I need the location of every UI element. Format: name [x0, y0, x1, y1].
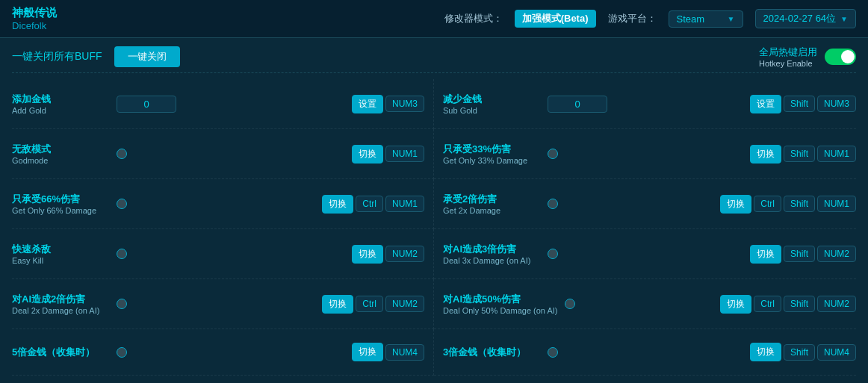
hotkey-key[interactable]: Shift — [784, 196, 815, 212]
hotkey-key[interactable]: 切换 — [750, 245, 781, 264]
close-all-button[interactable]: 一键关闭 — [114, 46, 180, 67]
feature-toggle-deal-50-ai[interactable] — [565, 299, 575, 309]
hotkey-key[interactable]: Ctrl — [356, 196, 383, 212]
top-bar-right: 全局热键启用 Hotkey Enable — [759, 46, 856, 68]
feature-row: 对AI造成2倍伤害 Deal 2x Damage (on AI) 切换CtrlN… — [12, 279, 434, 329]
hotkey-key[interactable]: NUM2 — [385, 296, 424, 312]
hotkey-key[interactable]: Shift — [784, 246, 815, 262]
feature-name-en: Deal 2x Damage (on AI) — [12, 306, 109, 315]
top-bar-left: 一键关闭所有BUFF 一键关闭 — [12, 46, 180, 67]
platform-label: 游戏平台： — [608, 12, 657, 25]
hotkey-key[interactable]: Ctrl — [754, 296, 781, 312]
feature-toggle-get-2x-damage[interactable] — [548, 199, 558, 209]
hotkey-key[interactable]: Ctrl — [754, 196, 781, 212]
feature-info: 快速杀敌 Easy Kill — [12, 243, 109, 265]
feature-toggle-get-66-damage[interactable] — [117, 199, 127, 209]
hotkey-enable-toggle[interactable] — [825, 49, 856, 65]
hotkeys-gold-5x-collect: 切换NUM4 — [352, 343, 424, 361]
hotkey-key[interactable]: NUM2 — [385, 246, 424, 262]
feature-name-en: Add Gold — [12, 106, 109, 115]
hotkey-key[interactable]: Shift — [784, 146, 815, 162]
platform-value: Steam — [677, 13, 705, 25]
hotkey-key[interactable]: 设置 — [750, 95, 781, 113]
modifier-mode-label: 修改器模式： — [444, 12, 503, 25]
hotkeys-add-gold: 设置NUM3 — [352, 95, 424, 113]
feature-row: 3倍金钱（收集时） 切换ShiftNUM4 — [434, 329, 856, 376]
hotkeys-deal-50-ai: 切换CtrlShiftNUM2 — [720, 295, 856, 314]
hotkey-key[interactable]: 切换 — [750, 343, 781, 361]
feature-info: 减少金钱 Sub Gold — [443, 93, 540, 115]
hotkey-key[interactable]: 切换 — [352, 343, 383, 361]
content: 一键关闭所有BUFF 一键关闭 全局热键启用 Hotkey Enable 添加金… — [0, 38, 868, 383]
feature-row: 只承受33%伤害 Get Only 33% Damage 切换ShiftNUM1 — [434, 129, 856, 179]
version-select[interactable]: 2024-02-27 64位 ▼ — [755, 9, 856, 28]
hotkey-key[interactable]: NUM1 — [817, 146, 856, 162]
hotkey-key[interactable]: NUM4 — [817, 344, 856, 361]
hotkey-key[interactable]: Shift — [784, 96, 815, 112]
feature-name-en: Deal 3x Damage (on AI) — [443, 256, 540, 265]
hotkey-key[interactable]: 切换 — [322, 195, 353, 214]
hotkey-key[interactable]: 切换 — [720, 295, 751, 314]
chevron-down-icon: ▼ — [728, 15, 735, 23]
feature-row: 快速杀敌 Easy Kill 切换NUM2 — [12, 229, 434, 279]
hotkey-key[interactable]: 切换 — [352, 245, 383, 264]
feature-name: 只承受66%伤害 — [12, 193, 109, 206]
header-left: 神般传说 Dicefolk — [12, 6, 57, 31]
feature-toggle-gold-5x-collect[interactable] — [117, 347, 127, 358]
feature-name: 无敌模式 — [12, 143, 109, 156]
hotkey-key[interactable]: 切换 — [322, 295, 353, 314]
hotkeys-get-2x-damage: 切换CtrlShiftNUM1 — [720, 195, 856, 214]
hotkey-key[interactable]: 切换 — [750, 145, 781, 164]
feature-toggle-get-33-damage[interactable] — [548, 149, 558, 159]
feature-name: 承受2倍伤害 — [443, 193, 540, 206]
hotkey-sub-label: Hotkey Enable — [759, 59, 813, 68]
hotkey-key[interactable]: 切换 — [352, 145, 383, 164]
platform-select[interactable]: Steam ▼ — [669, 10, 743, 28]
chevron-down-icon: ▼ — [840, 15, 848, 23]
hotkey-key[interactable]: NUM1 — [385, 196, 424, 212]
feature-row: 对AI造成50%伤害 Deal Only 50% Damage (on AI) … — [434, 279, 856, 329]
feature-toggle-deal-2x-ai[interactable] — [117, 299, 127, 309]
feature-input-add-gold[interactable] — [117, 96, 176, 113]
feature-name: 3倍金钱（收集时） — [443, 346, 540, 359]
hotkey-key[interactable]: NUM2 — [817, 296, 856, 312]
hotkey-key[interactable]: NUM3 — [817, 96, 856, 112]
hotkey-key[interactable]: Shift — [784, 344, 815, 361]
mode-badge: 加强模式(Beta) — [515, 10, 596, 28]
feature-name-en: Deal Only 50% Damage (on AI) — [443, 306, 557, 315]
feature-row: 只承受66%伤害 Get Only 66% Damage 切换CtrlNUM1 — [12, 179, 434, 229]
feature-name-en: Godmode — [12, 156, 109, 165]
hotkey-key[interactable]: NUM2 — [817, 246, 856, 262]
app-title: 神般传说 — [12, 6, 57, 20]
hotkey-key[interactable]: NUM1 — [817, 196, 856, 212]
feature-name: 减少金钱 — [443, 93, 540, 106]
hotkey-key[interactable]: NUM4 — [385, 344, 424, 361]
feature-toggle-easy-kill[interactable] — [117, 249, 127, 259]
feature-name: 对AI造成3倍伤害 — [443, 243, 540, 256]
feature-name: 只承受33%伤害 — [443, 143, 540, 156]
hotkey-key[interactable]: Shift — [784, 296, 815, 312]
feature-info: 添加金钱 Add Gold — [12, 93, 109, 115]
hotkey-main-label: 全局热键启用 — [759, 46, 817, 59]
hotkey-key[interactable]: Ctrl — [356, 296, 383, 312]
feature-input-sub-gold[interactable] — [548, 96, 607, 113]
hotkey-key[interactable]: 切换 — [720, 195, 751, 214]
feature-info: 无敌模式 Godmode — [12, 143, 109, 165]
close-all-label: 一键关闭所有BUFF — [12, 50, 102, 63]
hotkeys-sub-gold: 设置ShiftNUM3 — [750, 95, 856, 113]
feature-toggle-deal-3x-ai[interactable] — [548, 249, 558, 259]
top-bar: 一键关闭所有BUFF 一键关闭 全局热键启用 Hotkey Enable — [12, 46, 856, 73]
feature-info: 5倍金钱（收集时） — [12, 346, 109, 359]
hotkey-key[interactable]: NUM3 — [385, 96, 424, 112]
feature-toggle-godmode[interactable] — [117, 149, 127, 159]
feature-toggle-gold-3x-collect[interactable] — [548, 347, 558, 358]
hotkey-key[interactable]: 设置 — [352, 95, 383, 113]
feature-info: 只承受66%伤害 Get Only 66% Damage — [12, 193, 109, 215]
hotkey-label: 全局热键启用 Hotkey Enable — [759, 46, 817, 68]
header-right: 修改器模式： 加强模式(Beta) 游戏平台： Steam ▼ 2024-02-… — [444, 9, 856, 28]
hotkey-key[interactable]: NUM1 — [385, 146, 424, 162]
feature-info: 对AI造成50%伤害 Deal Only 50% Damage (on AI) — [443, 293, 557, 315]
feature-row: 减少金钱 Sub Gold 设置ShiftNUM3 — [434, 79, 856, 129]
feature-name: 快速杀敌 — [12, 243, 109, 256]
hotkeys-easy-kill: 切换NUM2 — [352, 245, 424, 264]
